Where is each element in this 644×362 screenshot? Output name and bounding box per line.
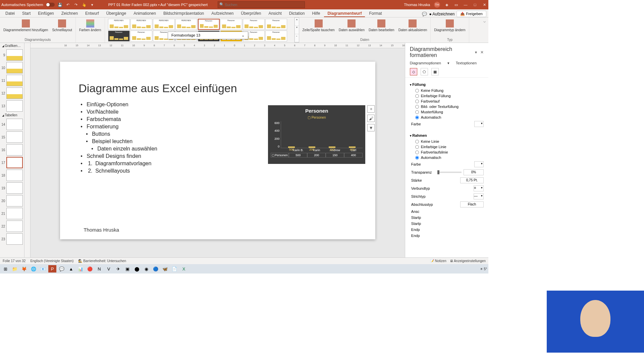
gallery-expand[interactable]: ▴▾⌄ [294,17,299,43]
fill-pattern-radio[interactable] [415,110,419,114]
pane-close-icon[interactable]: ✕ [480,50,484,55]
slide-thumb-15[interactable] [6,131,23,143]
autosave-toggle[interactable] [46,3,55,7]
chart-style-10[interactable]: Personen [130,31,152,42]
chart-style-9[interactable]: Personen [108,31,130,42]
slide-canvas[interactable]: Diagramme aus Excel einfügen Einfüge-Opt… [60,62,375,239]
tab-animationen[interactable]: Animationen [130,10,159,17]
tab-einfuegen[interactable]: Einfügen [35,10,57,17]
tb-app5[interactable]: ◉ [142,265,150,273]
tb-telegram[interactable]: ✈ [114,265,122,273]
section-grafiken[interactable]: Grafiken… [0,43,24,49]
chart-style-4[interactable]: PERSONEN [175,19,197,30]
tb-onenote[interactable]: N [95,265,103,273]
tb-app4[interactable]: ▣ [123,265,131,273]
tab-hilfe[interactable]: Hilfe [309,10,323,17]
tb-app7[interactable]: 🦋 [161,265,169,273]
line-color-picker[interactable] [474,161,484,167]
edit-data-button[interactable]: Daten bearbeiten [367,19,396,33]
search-box[interactable]: 🔍 [218,1,305,8]
share-button[interactable]: 📤 Freigeben [457,11,486,17]
switch-row-col-button[interactable]: Zeile/Spalte tauschen [301,19,336,33]
maximize-icon[interactable]: □ [472,2,478,7]
line-solid-radio[interactable] [415,145,419,149]
user-avatar[interactable]: TH [434,2,440,8]
slide-thumb-21[interactable] [6,208,23,219]
tab-aufzeichnen[interactable]: Aufzeichnen [208,10,237,17]
refresh-data-button[interactable]: Daten aktualisieren [397,19,429,33]
change-chart-type-button[interactable]: Diagrammtyp ändern [433,19,467,33]
line-auto-radio[interactable] [415,156,419,160]
save-icon[interactable]: 💾 [57,2,63,7]
tb-vs[interactable]: V [105,265,113,273]
pane-options-icon[interactable]: ▾ [475,50,477,55]
pane-tab-diagram[interactable]: Diagrammoptionen ▾ [410,61,449,65]
tb-outlook[interactable]: 📧 [39,265,47,273]
fill-color-picker[interactable] [474,121,484,127]
slide-thumb-14[interactable] [6,119,23,130]
status-display[interactable]: 🖥 Anzeigeeinstellungen [450,259,486,263]
width-value[interactable]: 0,75 Pt. [460,177,484,183]
slide-thumb-23[interactable] [6,233,23,245]
fill-line-icon[interactable]: ◇ [410,68,417,75]
slide-thumb-13[interactable] [6,100,23,112]
tb-app8[interactable]: 📄 [170,265,178,273]
tb-app1[interactable]: 💬 [58,265,66,273]
tb-weather[interactable]: ☀ 5° [480,267,487,271]
section-border[interactable]: Rahmen [410,132,484,139]
start-menu[interactable]: ⊞ [1,265,9,273]
chart-style-8[interactable]: Personen [265,19,287,30]
transparency-value[interactable]: 0% [464,169,484,175]
tb-explorer[interactable]: 📁 [11,265,19,273]
minimize-icon[interactable]: — [463,2,468,7]
tb-firefox[interactable]: 🦊 [20,265,28,273]
sync-icon[interactable]: ◈ [444,2,449,7]
change-colors-button[interactable]: Farben ändern [78,19,103,33]
chart-style-7[interactable]: Personen [243,19,265,30]
quick-layout-button[interactable]: Schnelllayout [51,19,73,33]
slide-thumb-20[interactable] [6,195,23,206]
fill-solid-radio[interactable] [415,94,419,98]
slide-thumb-22[interactable] [6,221,23,232]
fill-gradient-radio[interactable] [415,100,419,103]
tb-app2[interactable]: 📊 [76,265,85,273]
undo-icon[interactable]: ↶ [65,2,71,7]
ribbon-collapse-icon[interactable]: ⌵ [481,17,488,43]
comments-icon[interactable]: 💬 [422,12,427,16]
slide-thumb-16[interactable] [6,144,23,156]
chart-filter-button[interactable]: ▼ [367,124,375,131]
slide-thumb-9[interactable] [6,49,23,61]
tab-format[interactable]: Format [366,10,385,17]
tb-chrome[interactable]: 🌐 [30,265,38,273]
fill-picture-radio[interactable] [415,105,419,109]
transparency-slider[interactable] [437,172,462,173]
chart-styles-button[interactable]: 🖌 [367,115,375,122]
tab-praesentation[interactable]: Bildschirmpräsentation [160,10,207,17]
tb-vlc[interactable]: ▲ [67,265,75,273]
slide-thumb-12[interactable] [6,87,23,99]
tb-powerpoint[interactable]: P [48,265,56,273]
slide-thumb-10[interactable] [6,62,23,73]
tab-entwurf[interactable]: Entwurf [82,10,102,17]
slide-thumb-19[interactable] [6,182,23,194]
touch-icon[interactable]: 👆 [82,2,87,7]
dash-type[interactable]: — [474,193,484,199]
line-none-radio[interactable] [415,140,419,143]
chart-style-2[interactable]: PERSONEN [130,19,152,30]
chart-style-6[interactable]: Personen [220,19,242,30]
chart-style-5[interactable]: Personen [198,19,220,30]
close-icon[interactable]: ✕ [482,2,487,7]
chart-object[interactable]: Personen ▢ Personen 600 400 200 0 500 [268,105,365,164]
tb-app6[interactable]: 🔵 [152,265,160,273]
add-chart-element-button[interactable]: Diagrammelement hinzufügen [2,19,49,33]
compound-type[interactable]: ≡ [474,185,484,191]
tab-dictation[interactable]: Dictation [286,10,308,17]
pane-tab-text[interactable]: Textoptionen [456,61,477,65]
search-input[interactable] [218,1,305,8]
tab-zeichnen[interactable]: Zeichnen [58,10,81,17]
redo-icon[interactable]: ↷ [73,2,79,7]
cap-type[interactable]: Flach [460,201,484,207]
chart-style-3[interactable]: PERSONEN [153,19,175,30]
chart-elements-button[interactable]: ＋ [367,105,375,113]
select-data-button[interactable]: Daten auswählen [337,19,366,33]
